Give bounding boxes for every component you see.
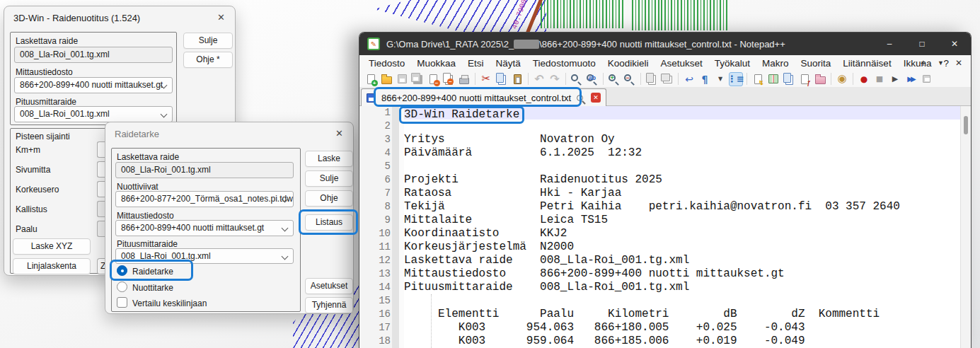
ohje-button[interactable]: Ohje * — [183, 52, 233, 68]
editor-line[interactable]: 13D-Win Raidetarke — [359, 106, 960, 120]
sulje-button[interactable]: Sulje — [305, 170, 353, 187]
pituusmittaraide-select[interactable]: 008_Lla-Roi_001.tg.xml — [115, 248, 294, 264]
editor[interactable]: 13D-Win Raidetarke23Yritys Novatron Oy4P… — [359, 106, 971, 348]
ohje-button[interactable]: Ohje — [305, 190, 353, 207]
editor-line[interactable]: 15 — [359, 294, 960, 308]
close-icon[interactable]: ✕ — [217, 12, 225, 23]
pin-icon[interactable] — [577, 95, 583, 101]
folder-workspace-icon[interactable] — [813, 72, 827, 86]
menu-etsi[interactable]: Etsi — [468, 58, 484, 69]
eye-preview-icon[interactable]: ◉ — [835, 72, 849, 86]
menu-koodikieli[interactable]: Koodikieli — [608, 58, 649, 69]
func-list-icon[interactable]: ƒ — [797, 72, 812, 86]
close-all-docs-icon[interactable]: − — [442, 72, 456, 86]
editor-line[interactable]: 11Korkeusjärjestelmä N2000 — [359, 240, 960, 254]
print-icon[interactable] — [457, 72, 471, 86]
mittaustiedosto-select[interactable]: 866+200-899+400 nuotti mittaukset.gt — [115, 220, 294, 236]
open-folder-icon[interactable] — [379, 72, 393, 86]
editor-line[interactable]: 3Yritys Novatron Oy — [359, 133, 960, 146]
word-wrap-icon[interactable]: ↩ — [682, 72, 696, 86]
file-tab[interactable]: 866+200-899+400 nuotti mittaukset_contro… — [361, 88, 606, 106]
laske-xyz-button[interactable]: Laske XYZ — [13, 238, 91, 255]
new-file-icon[interactable]: + — [364, 72, 378, 86]
macro-play-icon[interactable]: ▶ — [888, 72, 902, 86]
show-all-chars-icon[interactable]: ¶ — [698, 72, 712, 86]
editor-line[interactable]: 6Projekti Raidenuotitus 2025 — [359, 173, 960, 187]
editor-line[interactable]: 8Tekijä Petri Kaihia petri.kaihia@novatr… — [359, 200, 960, 214]
close-button[interactable]: ✕ — [938, 33, 971, 55]
editor-line[interactable]: 13Mittaustiedosto 866+200-899+400 nuotti… — [359, 267, 960, 281]
editor-line[interactable]: 9Mittalaite Leica TS15 — [359, 214, 960, 227]
editor-line-text: Mittaustiedosto 866+200-899+400 nuotti m… — [404, 267, 785, 281]
menu-suorita[interactable]: Suorita — [801, 58, 831, 69]
macro-save-icon[interactable] — [919, 72, 933, 86]
tab-list-icon[interactable]: ▼ — [938, 59, 944, 66]
editor-line[interactable]: 7Rataosa Hki - Karjaa — [359, 187, 960, 200]
redo-icon[interactable]: ↷ — [548, 72, 562, 86]
editor-lines[interactable]: 13D-Win Raidetarke23Yritys Novatron Oy4P… — [359, 106, 960, 348]
macro-stop-icon[interactable]: ■ — [872, 72, 887, 86]
raidetarke-radio[interactable] — [117, 265, 127, 276]
menu-asetukset[interactable]: Asetukset — [660, 58, 702, 69]
paste-icon[interactable] — [510, 72, 524, 86]
macro-record-icon[interactable]: ● — [857, 72, 871, 86]
menu-liit-nn-iset[interactable]: Liitännäiset — [843, 58, 891, 69]
chars-dropdown-icon[interactable]: ▼ — [713, 72, 727, 86]
editor-line[interactable]: 16 Elementti Paalu Kilometri dB dZ Komme… — [359, 308, 960, 321]
editor-line[interactable]: 17 K003 954.063 866+180.005 +0.025 -0.04… — [359, 321, 960, 335]
editor-line[interactable]: 12Laskettava raide 008_Lla-Roi_001.tg.xm… — [359, 254, 960, 267]
vertailu-checkbox[interactable] — [117, 297, 127, 308]
linjalaskenta-button[interactable]: Linjalaskenta — [13, 258, 91, 274]
sync-scroll-h-icon[interactable] — [660, 72, 674, 86]
close-icon[interactable]: ✕ — [335, 128, 343, 139]
editor-line[interactable]: 4Päivämäärä 6.1.2025 12:32 — [359, 146, 960, 160]
doc-list-icon[interactable] — [782, 72, 796, 86]
laske-button[interactable]: Laske — [305, 151, 353, 167]
zoom-out-icon[interactable]: − — [623, 72, 637, 86]
editor-line[interactable]: 18 K003 959.064 866+185.006 +0.019 -0.04… — [359, 335, 960, 348]
menu-makro[interactable]: Makro — [762, 58, 789, 69]
vertical-scrollbar[interactable] — [960, 106, 971, 348]
row-label-korkeusero: Korkeusero — [16, 185, 59, 195]
undo-icon[interactable]: ↶ — [532, 72, 546, 86]
toolbar-separator — [640, 73, 641, 85]
replace-icon[interactable]: ab — [585, 72, 599, 86]
close-tab-icon[interactable]: ✕ — [955, 58, 962, 68]
nuottitarke-radio[interactable] — [117, 282, 127, 292]
pituusmittaraide-select[interactable]: 008_Lla-Roi_001.tg.xml — [14, 106, 173, 122]
tyhjenn-button[interactable]: Tyhjennä — [305, 297, 353, 313]
mittaustiedosto-select[interactable]: 866+200-899+400 nuotti mittaukset.gt — [14, 77, 173, 93]
menu-muokkaa[interactable]: Muokkaa — [417, 58, 456, 69]
menu-tiedosto[interactable]: Tiedosto — [369, 58, 405, 69]
maximize-button[interactable]: □ — [906, 33, 938, 55]
doc-map-icon[interactable] — [766, 72, 780, 86]
editor-line[interactable]: 2 — [359, 120, 960, 133]
save-icon[interactable] — [395, 72, 409, 86]
cut-icon[interactable]: ✂ — [479, 72, 493, 86]
copy-icon[interactable] — [495, 72, 509, 86]
asetukset-button[interactable]: Asetukset — [305, 278, 353, 294]
zoom-in-icon[interactable]: + — [607, 72, 621, 86]
toolbar-separator — [565, 73, 566, 85]
menu-ty-kalut[interactable]: Työkalut — [715, 58, 750, 69]
indent-guide-icon[interactable]: ⋮≡ — [729, 72, 743, 86]
new-tab-icon[interactable]: + — [921, 57, 926, 69]
minimize-button[interactable]: – — [873, 33, 906, 55]
titlebar[interactable]: ✎ G:\Oma Drive\1_RATA 2025\2_\866+200-89… — [359, 33, 971, 55]
menu-tiedostomuoto[interactable]: Tiedostomuoto — [533, 58, 596, 69]
find-icon[interactable] — [570, 72, 584, 86]
nuottiviivat-select[interactable]: 866+200-877+200_Törmä_osa1_notes.pi.tdw — [115, 191, 294, 207]
menu-n-yt[interactable]: Näytä — [496, 58, 521, 69]
editor-line[interactable]: 5 — [359, 160, 960, 173]
sulje-button[interactable]: Sulje — [183, 33, 233, 49]
listaus-button[interactable]: Listaus — [305, 214, 353, 231]
editor-line[interactable]: 14Pituusmittaraide 008_Lla-Roi_001.tg.xm… — [359, 281, 960, 294]
tab-close-icon[interactable] — [591, 93, 601, 103]
macro-run-multiple-icon[interactable]: ▶▶ — [904, 72, 918, 86]
sync-scroll-v-icon[interactable] — [645, 72, 659, 86]
close-doc-icon[interactable]: − — [426, 72, 440, 86]
editor-line[interactable]: 10Koordinaatisto KKJ2 — [359, 227, 960, 240]
func-flash-icon[interactable]: ↯ — [751, 72, 765, 86]
scrollbar-thumb[interactable] — [964, 116, 968, 134]
save-all-icon[interactable] — [410, 72, 425, 86]
